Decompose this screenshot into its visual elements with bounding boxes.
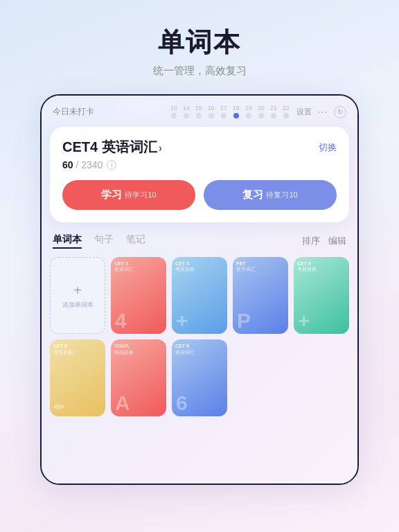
empty-col-2 xyxy=(294,339,349,416)
cal-day-20: 20 xyxy=(256,105,266,118)
main-vocab-card: CET4 英语词汇› 切换 60 / 2340 i 学习 待学习10 xyxy=(50,127,349,222)
calendar-dots: 10 14 15 16 17 18 19 20 21 22 xyxy=(169,105,291,118)
page-subtitle: 统一管理，高效复习 xyxy=(0,64,399,78)
plus-icon: + xyxy=(73,283,82,299)
phone-bg: 今日未打卡 10 14 15 16 17 18 19 20 21 22 设置 xyxy=(42,96,357,484)
book-toefl[interactable]: TOEFL 托福必备 A xyxy=(111,339,166,416)
cal-day-18: 18 xyxy=(231,105,241,118)
vocab-book-title[interactable]: CET4 英语词汇› xyxy=(62,138,162,157)
vocab-title-row: CET4 英语词汇› 切换 xyxy=(62,138,337,157)
add-label: 添加单词本 xyxy=(62,301,94,309)
review-button[interactable]: 复习 待复习10 xyxy=(204,180,337,210)
tab-notes[interactable]: 笔记 xyxy=(126,233,145,249)
streak-label: 今日未打卡 xyxy=(53,106,94,118)
more-button[interactable]: ··· xyxy=(317,106,328,118)
page-header: 单词本 统一管理，高效复习 xyxy=(0,0,399,85)
cal-day-15: 15 xyxy=(194,105,204,118)
switch-book-button[interactable]: 切换 xyxy=(319,141,337,154)
sort-button[interactable]: 排序 xyxy=(302,235,320,247)
action-buttons: 学习 待学习10 复习 待复习10 xyxy=(62,180,337,210)
vocab-title-arrow: › xyxy=(159,142,162,154)
cal-day-16: 16 xyxy=(206,105,216,118)
cal-day-17: 17 xyxy=(219,105,229,118)
book-pet-vocab[interactable]: PET 官方词汇 P xyxy=(233,257,288,334)
page-background: 单词本 统一管理，高效复习 今日未打卡 10 14 15 16 17 18 19… xyxy=(0,0,399,485)
info-icon[interactable]: i xyxy=(107,160,116,170)
tab-vocab[interactable]: 单词本 xyxy=(53,233,82,249)
vocab-count-row: 60 / 2340 i xyxy=(62,159,337,170)
book-grid-row1: + 添加单词本 CET 4 英语词汇 4 CET 4 考前急救 xyxy=(42,257,357,334)
cal-day-19: 19 xyxy=(244,105,254,118)
cal-day-21: 21 xyxy=(269,105,278,118)
edit-button[interactable]: 编辑 xyxy=(328,235,346,247)
empty-col-1 xyxy=(233,339,288,416)
add-book-card[interactable]: + 添加单词本 xyxy=(50,257,105,334)
cal-day-14: 14 xyxy=(181,105,191,118)
page-title: 单词本 xyxy=(0,25,399,60)
settings-button[interactable]: 设置 xyxy=(296,107,312,117)
tab-bar: 单词本 句子 笔记 排序 编辑 xyxy=(42,231,357,254)
book-grid-row2: CET 6 考前必刷 ✏ TOEFL 托福必备 A CE xyxy=(42,339,357,416)
cal-day-22: 22 xyxy=(281,105,291,118)
book-cet6-key[interactable]: CET 6 考前必刷 ✏ xyxy=(50,339,105,416)
tabs-right: 排序 编辑 xyxy=(302,235,346,247)
phone-mockup: 今日未打卡 10 14 15 16 17 18 19 20 21 22 设置 xyxy=(40,94,359,485)
tab-sentences[interactable]: 句子 xyxy=(94,233,114,249)
book-cet6-emergency[interactable]: CET 6 考前急救 + xyxy=(294,257,349,334)
study-button[interactable]: 学习 待学习10 xyxy=(62,180,195,210)
streak-right: 10 14 15 16 17 18 19 20 21 22 设置 ··· ↻ xyxy=(169,105,346,118)
streak-bar: 今日未打卡 10 14 15 16 17 18 19 20 21 22 设置 xyxy=(42,96,357,123)
book-cet4-emergency[interactable]: CET 4 考前急救 + xyxy=(172,257,227,334)
vocab-count: 60 / 2340 xyxy=(62,159,103,170)
refresh-button[interactable]: ↻ xyxy=(334,106,346,118)
book-cet6-vocab2[interactable]: CET 6 英语词汇 6 xyxy=(172,339,227,416)
tabs-left: 单词本 句子 笔记 xyxy=(53,233,145,249)
book-cet4-vocab[interactable]: CET 4 英语词汇 4 xyxy=(111,257,166,334)
cal-day-10: 10 xyxy=(169,105,179,118)
